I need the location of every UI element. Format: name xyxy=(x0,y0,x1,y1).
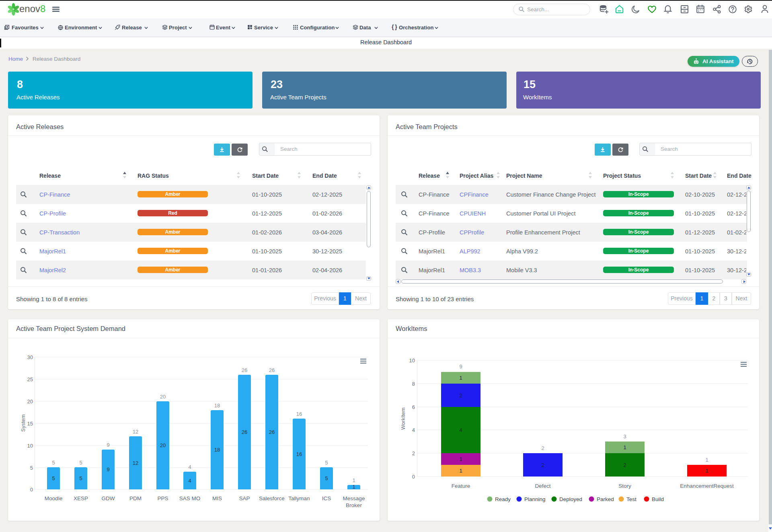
svg-text:Story: Story xyxy=(618,483,631,489)
svg-text:16: 16 xyxy=(296,411,302,417)
svg-text:Message: Message xyxy=(343,495,365,501)
svg-text:1: 1 xyxy=(459,456,462,462)
svg-text:EnhancementRequest: EnhancementRequest xyxy=(680,483,734,489)
svg-text:SAP: SAP xyxy=(239,495,250,501)
svg-text:4: 4 xyxy=(412,427,415,433)
svg-text:20: 20 xyxy=(160,442,166,448)
svg-text:5: 5 xyxy=(30,465,33,471)
svg-text:26: 26 xyxy=(242,367,247,373)
svg-text:5: 5 xyxy=(79,475,82,481)
svg-text:5: 5 xyxy=(79,460,82,466)
svg-text:Planning: Planning xyxy=(524,496,546,502)
svg-text:System: System xyxy=(20,414,26,431)
svg-text:MIS: MIS xyxy=(212,495,222,501)
svg-text:5: 5 xyxy=(325,460,328,466)
svg-text:1: 1 xyxy=(459,375,462,381)
svg-text:1: 1 xyxy=(705,457,708,463)
svg-text:Deployed: Deployed xyxy=(559,496,582,502)
svg-text:1: 1 xyxy=(352,477,355,483)
svg-text:4: 4 xyxy=(459,427,462,433)
svg-text:9: 9 xyxy=(107,442,109,448)
svg-text:2: 2 xyxy=(459,392,462,398)
svg-text:Test: Test xyxy=(626,496,636,502)
svg-text:3: 3 xyxy=(623,433,626,440)
svg-text:12: 12 xyxy=(133,429,138,435)
svg-text:6: 6 xyxy=(412,404,415,410)
svg-text:12: 12 xyxy=(133,460,138,466)
svg-text:2: 2 xyxy=(541,445,544,451)
svg-text:1: 1 xyxy=(459,468,462,474)
svg-text:18: 18 xyxy=(214,403,220,409)
svg-text:4: 4 xyxy=(188,478,191,484)
svg-text:1: 1 xyxy=(623,444,626,450)
svg-text:20: 20 xyxy=(160,394,166,400)
svg-text:26: 26 xyxy=(269,429,275,435)
svg-text:ICS: ICS xyxy=(322,495,331,501)
svg-text:4: 4 xyxy=(188,464,191,470)
svg-text:5: 5 xyxy=(52,460,55,466)
svg-text:Defect: Defect xyxy=(535,483,550,489)
svg-text:Salesforce: Salesforce xyxy=(259,495,285,501)
svg-text:Broker: Broker xyxy=(346,502,362,508)
svg-text:PDM: PDM xyxy=(129,495,142,501)
svg-text:15: 15 xyxy=(27,421,33,427)
svg-text:2: 2 xyxy=(623,462,626,468)
svg-text:Build: Build xyxy=(652,496,664,502)
svg-text:5: 5 xyxy=(52,475,55,481)
svg-text:2: 2 xyxy=(412,450,415,456)
svg-text:Feature: Feature xyxy=(452,483,470,489)
svg-text:XESP: XESP xyxy=(74,495,88,501)
svg-text:18: 18 xyxy=(214,447,220,453)
svg-text:20: 20 xyxy=(27,398,33,405)
svg-text:Tallyman: Tallyman xyxy=(288,495,310,501)
svg-text:PPS: PPS xyxy=(157,495,168,501)
svg-text:10: 10 xyxy=(409,357,415,364)
svg-text:1: 1 xyxy=(352,484,355,490)
svg-text:30: 30 xyxy=(27,354,33,360)
svg-text:0: 0 xyxy=(412,474,415,480)
svg-text:WorkItem: WorkItem xyxy=(400,407,406,429)
svg-text:1: 1 xyxy=(705,468,708,474)
svg-text:2: 2 xyxy=(541,462,544,468)
svg-text:5: 5 xyxy=(325,475,328,481)
svg-text:SAS MO: SAS MO xyxy=(179,495,201,501)
svg-text:26: 26 xyxy=(242,429,247,435)
svg-text:16: 16 xyxy=(296,451,302,457)
svg-text:GDW: GDW xyxy=(102,495,115,501)
svg-text:26: 26 xyxy=(269,367,275,373)
svg-text:0: 0 xyxy=(30,487,33,493)
svg-text:10: 10 xyxy=(27,443,33,449)
svg-text:9: 9 xyxy=(459,364,462,370)
svg-text:8: 8 xyxy=(412,381,415,387)
svg-text:Moodle: Moodle xyxy=(45,495,62,501)
svg-text:Ready: Ready xyxy=(495,496,511,502)
svg-text:25: 25 xyxy=(27,376,33,382)
svg-text:Parked: Parked xyxy=(597,496,614,502)
svg-text:9: 9 xyxy=(107,466,109,472)
